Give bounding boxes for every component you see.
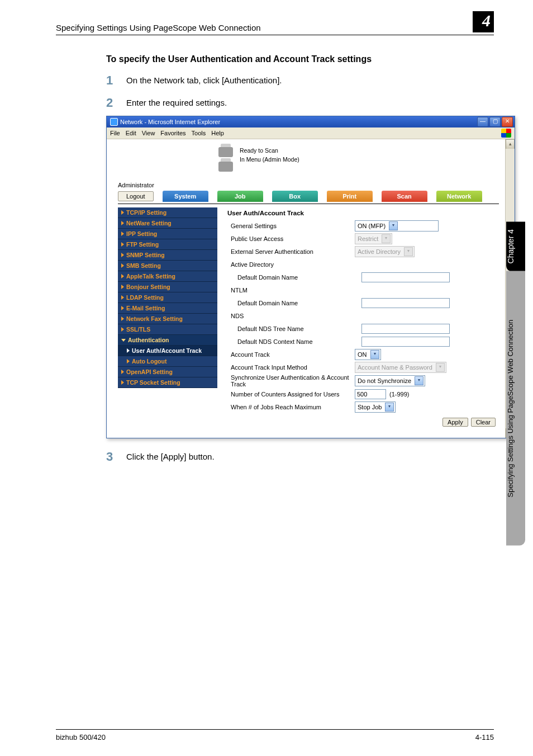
ie-flag-icon <box>501 129 511 138</box>
step-2-number: 2 <box>106 97 126 109</box>
label-counters: Number of Counters Assigned for Users <box>227 391 355 398</box>
select-general-settings[interactable]: ON (MFP)▾ <box>355 220 439 231</box>
select-public-user-access: Restrict▾ <box>355 233 392 244</box>
chevron-down-icon: ▾ <box>370 350 379 359</box>
chevron-down-icon: ▾ <box>436 363 445 372</box>
chevron-down-icon: ▾ <box>382 234 391 243</box>
tab-job[interactable]: Job <box>217 191 263 202</box>
minimize-button[interactable]: ― <box>477 117 488 127</box>
sidebar-item-auto-logout[interactable]: Auto Logout <box>118 356 217 367</box>
panel-title: User Auth/Account Track <box>227 210 496 216</box>
label-nds-context: Default NDS Context Name <box>227 338 361 345</box>
input-nds-tree[interactable] <box>361 324 450 334</box>
tab-network[interactable]: Network <box>436 191 482 202</box>
apply-button[interactable]: Apply <box>442 418 468 427</box>
select-max-jobs[interactable]: Stop Job▾ <box>355 401 396 413</box>
input-ntlm-default-domain[interactable] <box>361 298 450 308</box>
sidebar: TCP/IP Setting NetWare Setting IPP Setti… <box>118 207 217 429</box>
step-3-number: 3 <box>106 451 126 463</box>
input-counters[interactable] <box>355 389 386 399</box>
menu-file[interactable]: File <box>110 130 120 136</box>
scroll-up-button[interactable]: ▴ <box>506 139 515 149</box>
step-2-text: Enter the required settings. <box>126 97 227 109</box>
side-tab-chapter: Chapter 4 <box>506 221 525 271</box>
chapter-badge: 4 <box>473 11 494 32</box>
label-ntlm: NTLM <box>227 287 355 294</box>
chevron-down-icon: ▾ <box>385 403 394 412</box>
menu-edit[interactable]: Edit <box>126 130 136 136</box>
select-sync-auth[interactable]: Do not Synchronize▾ <box>355 375 425 386</box>
status-ready: Ready to Scan <box>240 146 299 155</box>
input-ad-default-domain[interactable] <box>361 272 450 282</box>
sidebar-item-networkfax[interactable]: Network Fax Setting <box>118 314 217 324</box>
tab-box[interactable]: Box <box>272 191 318 202</box>
sidebar-item-ldap[interactable]: LDAP Setting <box>118 292 217 303</box>
maximize-button[interactable]: ▢ <box>489 117 501 127</box>
triangle-icon <box>121 263 124 268</box>
triangle-icon <box>121 242 124 247</box>
triangle-icon <box>121 370 124 374</box>
sidebar-item-snmp[interactable]: SNMP Setting <box>118 250 217 261</box>
label-public-user-access: Public User Access <box>227 235 355 242</box>
sidebar-item-email[interactable]: E-Mail Setting <box>118 303 217 314</box>
sidebar-item-tcpsocket[interactable]: TCP Socket Setting <box>118 377 217 388</box>
tab-scan[interactable]: Scan <box>382 191 427 202</box>
footer-page-number: 4-115 <box>475 733 494 741</box>
page-side-tab: Chapter 4 Specifying Settings Using Page… <box>506 221 525 546</box>
logout-button[interactable]: Logout <box>118 191 154 201</box>
menu-favorites[interactable]: Favorites <box>160 130 185 136</box>
tab-print[interactable]: Print <box>327 191 373 202</box>
triangle-icon <box>121 327 124 332</box>
triangle-down-icon <box>121 339 126 342</box>
select-account-track-input: Account Name & Password▾ <box>355 362 446 373</box>
label-account-track: Account Track <box>227 351 355 358</box>
triangle-icon <box>121 306 124 310</box>
administrator-label: Administrator <box>118 182 499 188</box>
sidebar-item-tcpip[interactable]: TCP/IP Setting <box>118 207 217 218</box>
select-account-track[interactable]: ON▾ <box>355 349 381 360</box>
sidebar-item-netware[interactable]: NetWare Setting <box>118 218 217 229</box>
sidebar-item-smb[interactable]: SMB Setting <box>118 261 217 271</box>
menu-view[interactable]: View <box>142 130 155 136</box>
menu-help[interactable]: Help <box>211 130 224 136</box>
sidebar-item-ipp[interactable]: IPP Setting <box>118 229 217 239</box>
clear-button[interactable]: Clear <box>471 418 496 427</box>
counters-range: (1-999) <box>389 391 409 398</box>
close-button[interactable]: ✕ <box>502 117 513 127</box>
printer-status-icon <box>218 147 233 157</box>
browser-window: Network - Microsoft Internet Explorer ― … <box>106 116 515 438</box>
sidebar-item-ssltls[interactable]: SSL/TLS <box>118 324 217 335</box>
menu-tools[interactable]: Tools <box>192 130 206 136</box>
label-max-jobs: When # of Jobs Reach Maximum <box>227 404 355 410</box>
chevron-down-icon: ▾ <box>415 376 423 385</box>
ie-logo-icon <box>110 118 118 126</box>
label-nds: NDS <box>227 313 355 319</box>
sidebar-item-bonjour[interactable]: Bonjour Setting <box>118 282 217 292</box>
status-admin-mode: In Menu (Admin Mode) <box>240 155 299 164</box>
triangle-icon <box>127 348 130 353</box>
select-external-server-auth: Active Directory▾ <box>355 246 415 257</box>
triangle-icon <box>121 221 124 225</box>
step-3-text: Click the [Apply] button. <box>126 451 215 463</box>
sidebar-item-appletalk[interactable]: AppleTalk Setting <box>118 271 217 282</box>
triangle-icon <box>121 253 124 257</box>
sidebar-item-ftp[interactable]: FTP Setting <box>118 239 217 250</box>
page-header-title: Specifying Settings Using PageScope Web … <box>56 23 261 32</box>
triangle-icon <box>121 231 124 236</box>
triangle-icon <box>121 295 124 300</box>
side-tab-section: Specifying Settings Using PageScope Web … <box>506 271 525 546</box>
step-1-text: On the Network tab, click [Authenticatio… <box>126 74 282 87</box>
label-ntlm-default-domain: Default Domain Name <box>227 300 361 306</box>
chevron-down-icon: ▾ <box>389 221 398 230</box>
sidebar-item-authentication[interactable]: Authentication <box>118 335 217 346</box>
input-nds-context[interactable] <box>361 337 450 347</box>
sidebar-item-openapi[interactable]: OpenAPI Setting <box>118 367 217 377</box>
title-bar: Network - Microsoft Internet Explorer ― … <box>107 116 515 127</box>
footer-model: bizhub 500/420 <box>56 733 106 741</box>
triangle-icon <box>121 380 124 385</box>
chevron-down-icon: ▾ <box>404 247 413 256</box>
sidebar-item-user-auth-account-track[interactable]: User Auth/Account Track <box>118 346 217 356</box>
label-account-track-input: Account Track Input Method <box>227 364 355 371</box>
triangle-icon <box>121 210 124 215</box>
tab-system[interactable]: System <box>163 191 208 202</box>
